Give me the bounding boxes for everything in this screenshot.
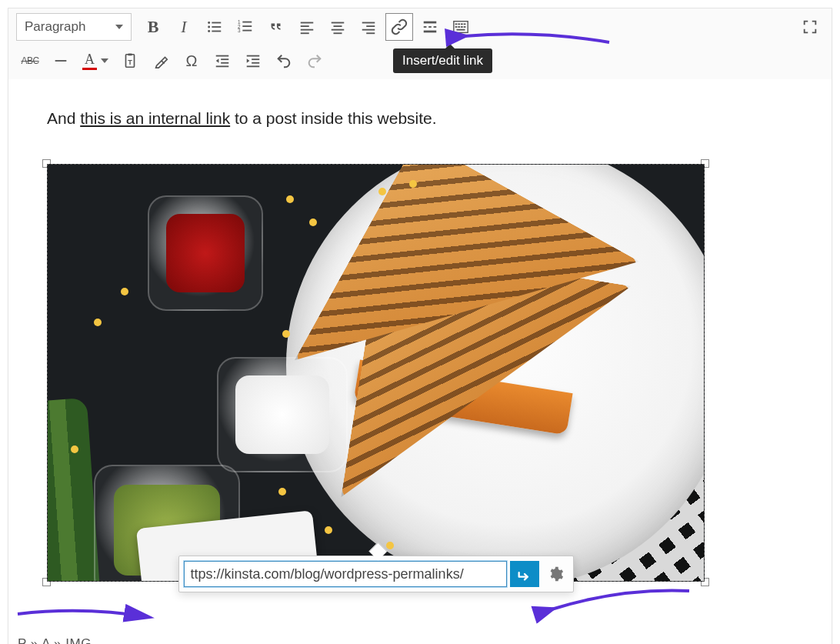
bullet-list-button[interactable] xyxy=(201,13,228,41)
svg-text:T: T xyxy=(128,58,132,66)
svg-rect-45 xyxy=(221,62,228,64)
svg-rect-12 xyxy=(301,22,314,24)
align-right-button[interactable] xyxy=(355,13,382,41)
svg-rect-33 xyxy=(464,23,466,25)
svg-rect-36 xyxy=(461,26,463,28)
format-select[interactable]: Paragraph xyxy=(16,13,132,41)
svg-rect-13 xyxy=(301,25,309,27)
paste-as-text-button[interactable]: T xyxy=(116,47,144,75)
svg-rect-34 xyxy=(455,26,458,28)
svg-rect-47 xyxy=(247,55,260,57)
strikethrough-button[interactable]: ABC xyxy=(16,47,44,75)
svg-rect-35 xyxy=(458,26,460,28)
svg-rect-16 xyxy=(332,22,345,24)
element-path-statusbar[interactable]: P » A » IMG xyxy=(8,632,832,644)
fullscreen-button[interactable] xyxy=(796,13,824,41)
svg-rect-38 xyxy=(457,29,465,31)
svg-rect-25 xyxy=(424,26,427,28)
text-color-button[interactable]: A xyxy=(78,47,113,75)
svg-rect-41 xyxy=(128,53,132,55)
svg-rect-30 xyxy=(455,23,458,25)
text-after: to a post inside this website. xyxy=(230,109,436,127)
link-options-button[interactable] xyxy=(542,561,568,587)
align-left-button[interactable] xyxy=(293,13,321,41)
element-path[interactable]: P » A » IMG xyxy=(18,636,92,644)
paragraph[interactable]: And this is an internal link to a post i… xyxy=(47,109,793,128)
svg-rect-17 xyxy=(334,25,342,27)
svg-rect-48 xyxy=(252,58,259,60)
link-tooltip-label: Insert/edit link xyxy=(402,53,483,68)
inline-link-editor xyxy=(178,556,574,592)
svg-rect-39 xyxy=(55,60,67,62)
bold-button[interactable]: B xyxy=(139,13,167,41)
format-select-label: Paragraph xyxy=(25,19,85,35)
svg-rect-21 xyxy=(366,25,375,27)
svg-rect-14 xyxy=(301,29,314,31)
selected-image-wrapper[interactable] xyxy=(47,164,705,582)
toolbar-row-1: Paragraph B I 123 xyxy=(8,8,832,45)
svg-point-0 xyxy=(208,22,210,24)
apply-link-button[interactable] xyxy=(510,561,539,587)
svg-rect-18 xyxy=(332,29,345,31)
text-before: And xyxy=(47,109,80,127)
annotation-arrow-right xyxy=(547,586,693,629)
svg-rect-19 xyxy=(334,32,342,34)
svg-point-4 xyxy=(208,30,210,32)
svg-text:3: 3 xyxy=(238,28,241,33)
svg-rect-44 xyxy=(221,58,228,60)
svg-rect-27 xyxy=(434,26,437,28)
svg-rect-46 xyxy=(216,65,229,67)
svg-rect-28 xyxy=(424,31,437,33)
chevron-down-icon xyxy=(101,58,108,63)
numbered-list-button[interactable]: 123 xyxy=(232,13,259,41)
svg-rect-1 xyxy=(212,22,221,24)
read-more-button[interactable] xyxy=(416,13,444,41)
svg-rect-26 xyxy=(428,26,432,28)
svg-point-2 xyxy=(208,26,210,28)
link-tooltip: Insert/edit link xyxy=(393,48,492,73)
blockquote-button[interactable] xyxy=(262,13,290,41)
svg-rect-24 xyxy=(424,22,437,24)
insert-link-button[interactable] xyxy=(385,13,413,41)
internal-link[interactable]: this is an internal link xyxy=(80,109,230,127)
link-url-input[interactable] xyxy=(184,561,507,587)
classic-editor: Paragraph B I 123 xyxy=(8,8,832,644)
italic-button[interactable]: I xyxy=(170,13,198,41)
svg-rect-3 xyxy=(212,26,221,28)
svg-rect-23 xyxy=(366,32,375,34)
undo-button[interactable] xyxy=(270,47,298,75)
dropdown-caret-icon xyxy=(115,25,123,29)
special-character-button[interactable]: Ω xyxy=(178,47,205,75)
svg-rect-50 xyxy=(247,65,260,67)
align-center-button[interactable] xyxy=(324,13,352,41)
content-image[interactable] xyxy=(47,164,705,582)
toolbar-toggle-button[interactable] xyxy=(447,13,475,41)
svg-rect-49 xyxy=(252,62,259,64)
horizontal-rule-button[interactable] xyxy=(47,47,75,75)
indent-button[interactable] xyxy=(239,47,267,75)
redo-button[interactable] xyxy=(301,47,328,75)
outdent-button[interactable] xyxy=(208,47,236,75)
svg-rect-37 xyxy=(464,26,466,28)
svg-rect-9 xyxy=(242,25,252,27)
svg-rect-31 xyxy=(458,23,460,25)
svg-rect-22 xyxy=(362,29,375,31)
editor-content[interactable]: And this is an internal link to a post i… xyxy=(8,79,832,632)
svg-rect-11 xyxy=(242,30,252,32)
svg-rect-5 xyxy=(212,31,221,32)
svg-rect-15 xyxy=(301,32,309,34)
svg-rect-32 xyxy=(461,23,463,25)
svg-rect-20 xyxy=(362,22,375,24)
annotation-arrow-left xyxy=(15,602,153,636)
svg-rect-43 xyxy=(216,55,229,57)
svg-rect-7 xyxy=(242,22,252,23)
clear-formatting-button[interactable] xyxy=(147,47,175,75)
